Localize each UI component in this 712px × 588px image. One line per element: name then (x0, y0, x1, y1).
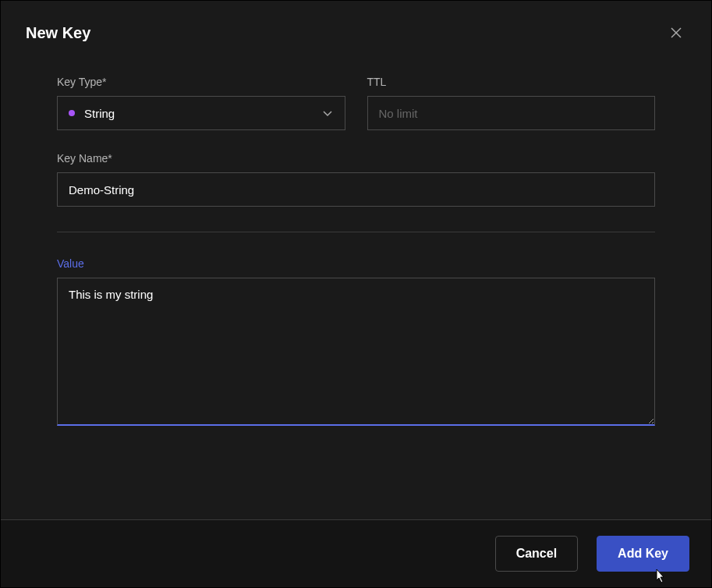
cancel-button[interactable]: Cancel (495, 536, 578, 572)
modal-footer: Cancel Add Key (1, 519, 711, 587)
value-group: Value (57, 257, 655, 429)
close-button[interactable] (666, 23, 686, 43)
value-textarea[interactable] (57, 278, 655, 426)
ttl-label: TTL (367, 76, 656, 88)
new-key-modal: New Key Key Type* String (0, 0, 712, 588)
ttl-input[interactable] (367, 96, 656, 130)
key-name-group: Key Name* (57, 152, 655, 207)
key-name-input[interactable] (57, 172, 655, 207)
section-divider (57, 232, 655, 232)
close-icon (669, 26, 683, 40)
form-row-top: Key Type* String TTL (57, 76, 655, 130)
modal-title: New Key (26, 24, 90, 42)
modal-header: New Key (1, 1, 711, 58)
ttl-group: TTL (367, 76, 656, 130)
key-type-value: String (84, 107, 321, 120)
modal-body: Key Type* String TTL Key Name* Va (1, 58, 711, 519)
key-type-select[interactable]: String (57, 96, 345, 130)
type-indicator-dot (69, 110, 75, 116)
key-name-label: Key Name* (57, 152, 655, 165)
key-type-group: Key Type* String (57, 76, 345, 130)
chevron-down-icon (321, 107, 334, 119)
value-label: Value (57, 257, 655, 270)
key-type-label: Key Type* (57, 76, 345, 88)
add-key-button[interactable]: Add Key (597, 536, 689, 572)
